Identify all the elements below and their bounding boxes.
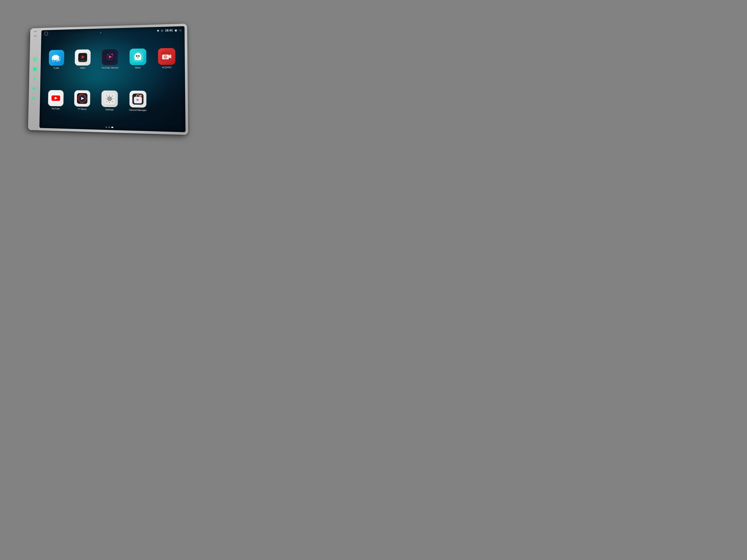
volume-icon: ◁ <box>179 28 181 32</box>
app-waze[interactable]: Waze <box>125 38 151 79</box>
svg-rect-17 <box>82 60 83 61</box>
svg-marker-0 <box>32 87 34 90</box>
ytmusic-icon <box>74 90 90 107</box>
xcdvr-icon <box>158 48 176 65</box>
settings-icon <box>101 90 118 107</box>
app-settings[interactable]: Settings <box>97 81 123 121</box>
status-center: ⌄ <box>100 30 102 34</box>
ytmusic-label: YT Music <box>78 108 86 110</box>
xcdvr-label: XCDVR1 <box>162 66 172 69</box>
app-grid: TLINK Vid <box>40 34 185 126</box>
device-container: MIC RST <box>28 24 188 135</box>
waze-icon <box>129 48 146 65</box>
device-body: MIC RST <box>28 24 188 135</box>
volume-down-button[interactable] <box>31 95 37 102</box>
vanced-mgr-label: Vanced Manager <box>129 108 147 111</box>
settings-label: Settings <box>105 108 114 111</box>
svg-point-10 <box>56 59 58 61</box>
app-xcdvr1[interactable]: XCDVR1 <box>153 38 181 79</box>
home-button[interactable] <box>32 66 38 72</box>
power-button[interactable] <box>32 56 38 62</box>
waze-label: Waze <box>135 66 141 69</box>
front-camera <box>44 32 48 36</box>
location-icon: ⊙ <box>161 29 163 32</box>
back-button[interactable] <box>31 76 38 82</box>
app-vanced-manager[interactable]: Vanced Manager <box>125 81 151 122</box>
rst-label: RST <box>34 35 37 37</box>
yt-vanced-icon <box>102 49 118 65</box>
yt-vanced-label: YouTube Vanced <box>101 66 118 69</box>
page-dot-2[interactable] <box>108 127 110 128</box>
video-icon <box>75 49 91 65</box>
app-ytmusic[interactable]: YT Music <box>70 81 95 121</box>
volume-up-button[interactable] <box>31 85 37 92</box>
app-youtube-vanced[interactable]: YouTube Vanced <box>97 39 123 79</box>
page-dot-3[interactable] <box>111 127 113 128</box>
left-panel: MIC RST <box>28 28 41 130</box>
status-right: ✱ ⊙ 18:41 ▣ ◁ <box>157 28 181 32</box>
page-dot-1[interactable] <box>105 127 107 128</box>
svg-point-7 <box>53 59 55 61</box>
app-video[interactable]: Video <box>70 40 96 79</box>
app-tlink[interactable]: TLINK <box>44 40 69 79</box>
status-time: 18:41 <box>165 29 173 32</box>
svg-marker-3 <box>32 97 34 100</box>
status-left <box>44 32 48 36</box>
vanced-mgr-icon <box>129 90 147 107</box>
youtube-label: YouTube <box>51 107 60 110</box>
svg-point-11 <box>58 59 60 61</box>
mic-label: MIC <box>34 31 37 32</box>
youtube-icon <box>48 90 64 106</box>
bluetooth-icon: ✱ <box>157 29 159 32</box>
task-manager-icon: ▣ <box>175 29 177 32</box>
svg-rect-16 <box>81 60 82 61</box>
app-youtube[interactable]: YouTube <box>44 81 68 120</box>
tlink-icon <box>49 50 64 66</box>
video-label: Video <box>80 66 85 69</box>
screen: ⌄ ✱ ⊙ 18:41 ▣ ◁ <box>39 26 185 132</box>
svg-rect-15 <box>79 60 80 61</box>
page-dots <box>105 127 113 128</box>
tlink-label: TLINK <box>53 67 59 69</box>
svg-rect-6 <box>53 55 58 57</box>
dropdown-arrow-icon[interactable]: ⌄ <box>100 30 102 34</box>
